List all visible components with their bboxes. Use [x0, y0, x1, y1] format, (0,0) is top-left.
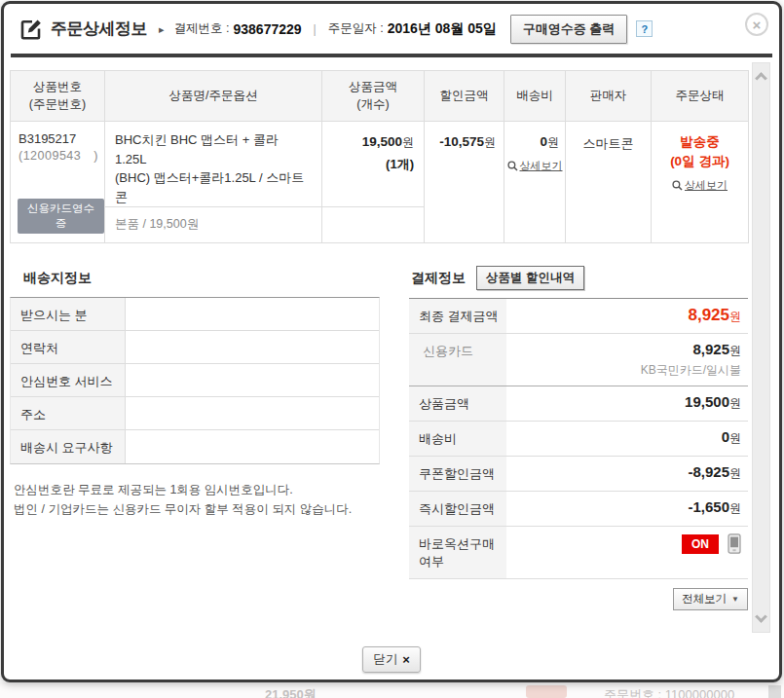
coupon-discount-label: 쿠폰할인금액: [409, 457, 506, 491]
final-amount-label: 최종 결제금액: [409, 299, 506, 333]
modal-scrollbar[interactable]: [752, 62, 770, 633]
quantity: (1개): [322, 156, 414, 173]
shipping-info-section: 배송지정보 받으시는 분 연락처 안심번호 서비스: [10, 264, 380, 610]
discount-unit: 원: [484, 135, 496, 149]
col-status: 주문상태: [652, 71, 749, 122]
amount-number: 0: [722, 428, 729, 445]
table-row: 상품금액 19,500원: [409, 386, 748, 422]
status-elapsed: (0일 경과): [652, 152, 748, 171]
amount-unit: 원: [729, 344, 741, 357]
cell-shipping-fee: 0원 상세보기: [504, 122, 566, 243]
table-row: 신용카드 8,925원 KB국민카드/일시불: [409, 334, 748, 386]
product-no: B3195217: [19, 131, 100, 146]
view-all-row: 전체보기 ▼: [409, 588, 748, 610]
amount-number: -1,650: [688, 498, 729, 515]
credit-card-receipt-button[interactable]: 신용카드영수증: [18, 199, 104, 234]
view-all-button[interactable]: 전체보기 ▼: [673, 588, 748, 610]
col-discount: 할인금액: [425, 71, 504, 122]
amount-unit: 원: [729, 396, 741, 410]
lower-sections: 배송지정보 받으시는 분 연락처 안심번호 서비스: [10, 264, 748, 610]
col-shipping: 배송비: [504, 71, 566, 122]
table-row: 바로옥션구매여부 ON: [409, 527, 748, 579]
shipping-section-title: 배송지정보: [23, 270, 380, 287]
payment-no-value: 938677229: [233, 21, 301, 37]
address-label: 주소: [11, 397, 126, 429]
table-header-row: 상품번호 (주문번호) 상품명/주문옵션 상품금액 (개수) 할인금액 배송비 …: [11, 71, 749, 122]
scroll-down-icon[interactable]: [755, 610, 767, 623]
table-row: 주소: [11, 397, 379, 430]
product-name-line1: BHC치킨 BHC 맵스터 + 콜라 1.25L: [115, 130, 314, 168]
amount-number: 19,500: [685, 393, 729, 410]
amount-number: 8,925: [692, 341, 729, 357]
underlying-page-strip: 21,950원 주문번호 : 1100000000: [0, 682, 784, 698]
table-row: 배송비 0원: [409, 422, 748, 457]
table-row: 최종 결제금액 8,925원: [409, 299, 748, 334]
amount-unit: 원: [729, 431, 741, 445]
order-date-label: 주문일자 :: [328, 20, 384, 37]
discount-detail-button[interactable]: 상품별 할인내역: [476, 266, 584, 290]
col-price-line1: 상품금액: [322, 79, 424, 96]
amount-unit: 원: [729, 501, 741, 515]
col-product-no-line1: 상품번호: [11, 79, 104, 96]
col-product-no-line2: (주문번호): [11, 96, 104, 114]
payment-info-section: 결제정보 상품별 할인내역 최종 결제금액 8,925원 신용카드: [409, 264, 748, 610]
close-button[interactable]: 닫기 ×: [362, 646, 421, 673]
chevron-down-icon: ▼: [731, 595, 739, 604]
close-x-icon: ×: [402, 652, 410, 667]
shipping-fee-label: 배송비: [409, 422, 506, 456]
payment-table: 최종 결제금액 8,925원 신용카드 8,925원 KB국민카드/일시불: [409, 298, 748, 579]
recipient-value: [126, 298, 379, 330]
cell-seller: 스마트콘: [566, 122, 652, 243]
shipping-table: 받으시는 분 연락처 안심번호 서비스 주소: [10, 297, 380, 464]
price-value: 19,500: [362, 134, 402, 149]
close-button-label: 닫기: [373, 651, 397, 668]
safe-number-value: [126, 364, 379, 396]
baro-auction-label: 바로옥션구매여부: [409, 527, 506, 578]
order-date-value: 2016년 08월 05일: [388, 20, 497, 38]
cell-option: 본품 / 19,500원: [105, 207, 322, 243]
mobile-phone-icon: [728, 533, 741, 554]
underlying-scrollbar-corner: [768, 685, 781, 698]
breadcrumb-arrow-icon: ▸: [159, 23, 165, 36]
status-detail-label: 상세보기: [685, 178, 728, 193]
safe-number-label: 안심번호 서비스: [11, 364, 126, 396]
scroll-up-icon[interactable]: [755, 72, 767, 85]
magnifier-icon: [507, 161, 518, 171]
payment-section-title: 결제정보: [411, 270, 466, 287]
note-line: 안심번호란 무료로 제공되는 1회용 임시번호입니다.: [14, 480, 380, 499]
amount-unit: 원: [729, 310, 741, 323]
recipient-label: 받으시는 분: [11, 298, 126, 330]
order-edit-icon: [19, 18, 43, 41]
amount-number: -8,925: [688, 463, 729, 480]
cell-discount: -10,575원: [425, 122, 504, 243]
credit-card-value: 8,925원 KB국민카드/일시불: [506, 334, 748, 386]
payment-no-label: 결제번호 :: [174, 20, 230, 37]
instant-discount-label: 즉시할인금액: [409, 492, 506, 526]
status-detail-link[interactable]: 상세보기: [672, 178, 728, 193]
coupon-discount-value: -8,925원: [506, 457, 748, 491]
col-seller: 판매자: [566, 71, 652, 122]
print-receipt-button[interactable]: 구매영수증 출력: [510, 15, 628, 44]
header-divider: |: [314, 22, 317, 36]
order-detail-modal: 주문상세정보 ▸ 결제번호 : 938677229 | 주문일자 : 2016년…: [1, 1, 782, 682]
baro-auction-value: ON: [506, 527, 748, 578]
modal-content: 상품번호 (주문번호) 상품명/주문옵션 상품금액 (개수) 할인금액 배송비 …: [4, 57, 779, 610]
shipping-fee-value: 0원: [506, 422, 748, 456]
product-amount-label: 상품금액: [409, 386, 506, 421]
shipping-detail-link[interactable]: 상세보기: [507, 159, 563, 173]
modal-title: 주문상세정보: [51, 18, 147, 40]
close-icon[interactable]: ×: [745, 13, 768, 36]
contact-value: [126, 331, 379, 363]
help-icon[interactable]: ?: [636, 20, 653, 37]
col-product-name: 상품명/주문옵션: [105, 71, 322, 122]
magnifier-icon: [672, 180, 683, 191]
underlying-thumbnail: [526, 685, 567, 698]
page-background: 21,950원 주문번호 : 1100000000 주문상세정보 ▸ 결제번호 …: [0, 0, 784, 698]
delivery-request-label: 배송시 요구사항: [11, 430, 126, 463]
contact-label: 연락처: [11, 331, 126, 363]
order-items-table: 상품번호 (주문번호) 상품명/주문옵션 상품금액 (개수) 할인금액 배송비 …: [10, 70, 749, 243]
underlying-text-fragment: 21,950원: [265, 686, 317, 698]
underlying-text-fragment: 주문번호 : 1100000000: [604, 686, 734, 698]
amount-number: 8,925: [688, 306, 729, 324]
final-amount-value: 8,925원: [506, 299, 748, 333]
